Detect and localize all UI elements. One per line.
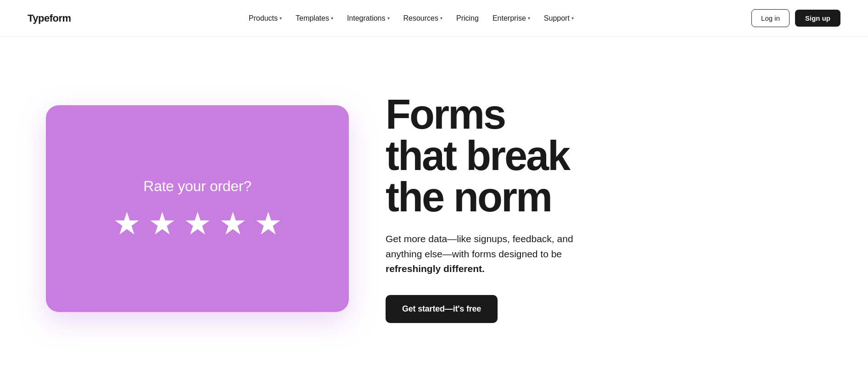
nav-link-products[interactable]: Products ▾	[243, 11, 287, 26]
chevron-down-icon: ▾	[571, 16, 574, 21]
login-button[interactable]: Log in	[751, 9, 790, 27]
nav-item-templates[interactable]: Templates ▾	[290, 11, 339, 26]
chevron-down-icon: ▾	[528, 16, 530, 21]
headline-line1: Forms	[386, 91, 505, 137]
chevron-down-icon: ▾	[440, 16, 442, 21]
hero-card: Rate your order? ★ ★ ★ ★ ★	[46, 105, 349, 312]
brand-logo[interactable]: Typeform	[28, 12, 71, 24]
nav-links: Products ▾ Templates ▾ Integrations ▾ Re…	[243, 11, 579, 26]
star-4: ★	[219, 208, 247, 239]
nav-item-support[interactable]: Support ▾	[538, 11, 579, 26]
chevron-down-icon: ▾	[387, 16, 390, 21]
hero-subtext-plain: Get more data—like signups, feedback, an…	[386, 233, 573, 259]
star-5: ★	[254, 208, 282, 239]
hero-subtext: Get more data—like signups, feedback, an…	[386, 232, 606, 277]
hero-headline: Forms that break the norm	[386, 94, 661, 218]
hero-text: Forms that break the norm Get more data—…	[386, 94, 661, 323]
nav-item-enterprise[interactable]: Enterprise ▾	[487, 11, 536, 26]
chevron-down-icon: ▾	[331, 16, 333, 21]
chevron-down-icon: ▾	[280, 16, 282, 21]
nav-label-support: Support	[544, 14, 570, 23]
nav-link-resources[interactable]: Resources ▾	[398, 11, 448, 26]
nav-item-products[interactable]: Products ▾	[243, 11, 287, 26]
nav-link-support[interactable]: Support ▾	[538, 11, 579, 26]
nav-label-integrations: Integrations	[347, 14, 386, 23]
headline-line2: that break	[386, 133, 569, 179]
nav-link-integrations[interactable]: Integrations ▾	[342, 11, 395, 26]
star-3: ★	[184, 208, 212, 239]
nav-label-enterprise: Enterprise	[493, 14, 526, 23]
cta-button[interactable]: Get started—it's free	[386, 295, 498, 323]
hero-section: Rate your order? ★ ★ ★ ★ ★ Forms that br…	[0, 37, 868, 380]
star-2: ★	[148, 208, 176, 239]
nav-link-enterprise[interactable]: Enterprise ▾	[487, 11, 536, 26]
nav-label-resources: Resources	[403, 14, 438, 23]
nav-item-integrations[interactable]: Integrations ▾	[342, 11, 395, 26]
nav-link-pricing[interactable]: Pricing	[451, 11, 484, 26]
navbar: Typeform Products ▾ Templates ▾ Integrat…	[0, 0, 868, 37]
nav-label-products: Products	[249, 14, 278, 23]
card-question: Rate your order?	[143, 178, 251, 195]
hero-subtext-bold: refreshingly different.	[386, 263, 485, 274]
nav-item-resources[interactable]: Resources ▾	[398, 11, 448, 26]
card-stars: ★ ★ ★ ★ ★	[113, 208, 282, 239]
signup-button[interactable]: Sign up	[795, 10, 840, 27]
star-1: ★	[113, 208, 141, 239]
nav-label-templates: Templates	[296, 14, 329, 23]
nav-item-pricing[interactable]: Pricing	[451, 11, 484, 26]
nav-link-templates[interactable]: Templates ▾	[290, 11, 339, 26]
nav-label-pricing: Pricing	[456, 14, 479, 23]
headline-line3: the norm	[386, 174, 551, 220]
nav-actions: Log in Sign up	[751, 9, 840, 27]
